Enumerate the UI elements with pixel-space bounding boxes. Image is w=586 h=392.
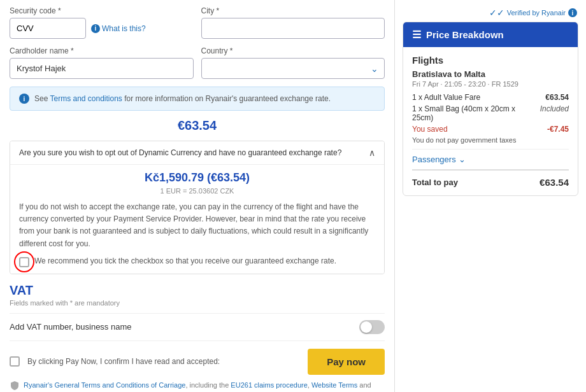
security-city-row: Security code * i What is this? City * <box>10 6 385 39</box>
fare-value: €63.54 <box>545 93 569 102</box>
czk-rate: 1 EUR = 25.03602 CZK <box>19 187 375 195</box>
total-label: Total to pay <box>412 178 458 187</box>
security-code-input[interactable] <box>10 18 86 39</box>
right-column: ✓✓ Verified by Ryanair i ☰ Price Breakdo… <box>395 0 586 392</box>
pay-confirm-checkbox[interactable] <box>10 356 20 367</box>
dcc-recommend-text: We recommend you tick the checkbox so th… <box>34 256 336 265</box>
what-is-this-link[interactable]: i What is this? <box>91 24 146 33</box>
toggle-knob <box>361 321 372 333</box>
dcc-body-text: If you do not wish to accept the exchang… <box>19 201 375 250</box>
bag-label: 1 x Small Bag (40cm x 20cm x 25cm) <box>412 104 535 122</box>
dcc-header[interactable]: Are you sure you wish to opt out of Dyna… <box>10 141 384 164</box>
city-group: City * <box>201 6 385 39</box>
banner-info-icon: i <box>19 94 29 104</box>
cardholder-name-label: Cardholder name * <box>10 46 194 55</box>
vat-title: VAT <box>10 283 385 298</box>
eur-price: €63.54 <box>10 118 385 133</box>
saved-label: You saved <box>412 125 542 134</box>
verified-check-icon: ✓✓ <box>489 8 504 18</box>
terms-conditions-link[interactable]: Terms and conditions <box>50 94 122 103</box>
price-breakdown-card: ☰ Price Breakdown Flights Bratislava to … <box>403 22 578 196</box>
price-breakdown-body: Flights Bratislava to Malta Fri 7 Apr · … <box>403 47 578 195</box>
route-text: Bratislava to Malta <box>412 69 569 79</box>
dcc-body: Kč1,590.79 (€63.54) 1 EUR = 25.03602 CZK… <box>10 164 384 274</box>
saved-value: -€7.45 <box>547 125 569 134</box>
price-breakdown-header: ☰ Price Breakdown <box>403 22 578 47</box>
general-terms-link[interactable]: Ryanair's General Terms and Conditions o… <box>24 381 185 389</box>
chevron-up-icon: ∧ <box>369 148 375 158</box>
fare-label: 1 x Adult Value Fare <box>412 93 540 102</box>
passengers-link[interactable]: Passengers ⌄ <box>412 155 569 164</box>
terms-row: Ryanair's General Terms and Conditions o… <box>10 380 385 392</box>
verified-banner: ✓✓ Verified by Ryanair i <box>403 8 578 18</box>
country-group: Country * ⌄ <box>201 46 385 79</box>
city-label: City * <box>201 6 385 15</box>
banner-text: See Terms and conditions for more inform… <box>34 94 331 103</box>
cardholder-name-group: Cardholder name * <box>10 46 194 79</box>
verified-text: Verified by Ryanair <box>507 9 566 17</box>
list-icon: ☰ <box>412 29 421 41</box>
pay-now-button[interactable]: Pay now <box>308 349 385 375</box>
eu261-link[interactable]: EU261 claims procedure <box>231 381 307 389</box>
country-select-wrapper: ⌄ <box>201 58 385 79</box>
vat-toggle[interactable] <box>359 320 385 334</box>
security-code-label: Security code * <box>10 6 194 15</box>
bag-line: 1 x Small Bag (40cm x 20cm x 25cm) Inclu… <box>412 104 569 122</box>
vat-section: VAT Fields marked with * are mandatory A… <box>10 283 385 340</box>
passengers-chevron-icon: ⌄ <box>459 155 466 164</box>
czk-price: Kč1,590.79 (€63.54) <box>19 171 375 185</box>
country-select[interactable] <box>201 58 385 79</box>
cardholder-name-input[interactable] <box>10 58 194 79</box>
total-row: Total to pay €63.54 <box>412 169 569 188</box>
city-input[interactable] <box>201 18 385 39</box>
flights-section-title: Flights <box>412 55 569 66</box>
flight-info: Fri 7 Apr · 21:05 - 23:20 · FR 1529 <box>412 80 569 88</box>
website-terms-link[interactable]: Website Terms <box>311 381 357 389</box>
total-value: €63.54 <box>540 177 569 188</box>
pay-confirm-label: By clicking Pay Now, I confirm I have re… <box>27 357 300 366</box>
terms-text: Ryanair's General Terms and Conditions o… <box>24 380 385 392</box>
vat-number-row: Add VAT number, business name <box>10 313 385 340</box>
cardholder-country-row: Cardholder name * Country * ⌄ <box>10 46 385 79</box>
dcc-section: Are you sure you wish to opt out of Dyna… <box>10 141 385 274</box>
vat-subtitle: Fields marked with * are mandatory <box>10 299 385 307</box>
security-code-group: Security code * i What is this? <box>10 6 194 39</box>
exchange-rate-banner: i See Terms and conditions for more info… <box>10 87 385 111</box>
shield-icon <box>10 381 20 391</box>
pb-divider <box>412 149 569 150</box>
verified-info-icon: i <box>568 8 577 17</box>
dcc-checkbox[interactable] <box>19 257 29 267</box>
info-icon: i <box>91 24 100 33</box>
bag-value: Included <box>540 104 569 113</box>
dcc-recommend-row: We recommend you tick the checkbox so th… <box>19 256 375 267</box>
no-tax-text: You do not pay government taxes <box>412 136 569 144</box>
fare-line: 1 x Adult Value Fare €63.54 <box>412 93 569 102</box>
vat-add-label: Add VAT number, business name <box>10 322 132 332</box>
dcc-checkbox-highlight <box>19 256 29 267</box>
price-breakdown-title: Price Breakdown <box>426 29 504 40</box>
pay-confirm-row: By clicking Pay Now, I confirm I have re… <box>10 340 385 380</box>
saved-line: You saved -€7.45 <box>412 125 569 134</box>
passengers-label: Passengers <box>412 155 456 164</box>
country-label: Country * <box>201 46 385 55</box>
dcc-question-text: Are you sure you wish to opt out of Dyna… <box>19 148 369 157</box>
